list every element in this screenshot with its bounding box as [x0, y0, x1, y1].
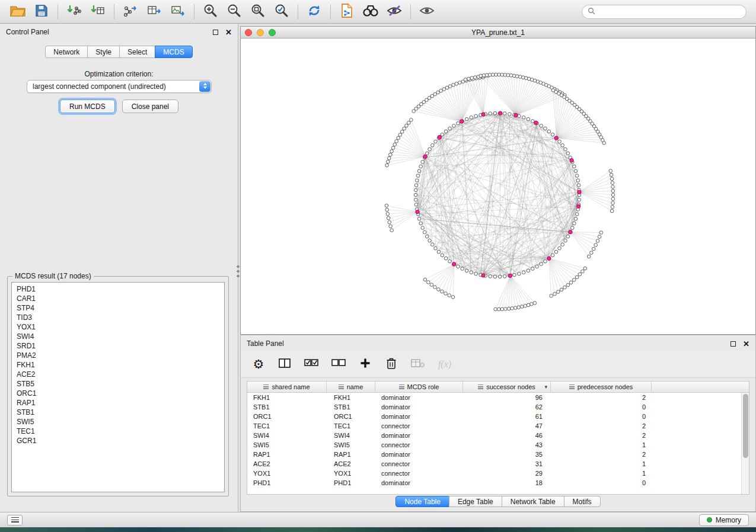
- dominator-node[interactable]: [570, 158, 573, 162]
- network-node[interactable]: [533, 302, 537, 305]
- dominator-node[interactable]: [481, 113, 485, 116]
- network-node[interactable]: [417, 169, 421, 173]
- network-node[interactable]: [574, 169, 578, 173]
- delete-column-button[interactable]: [384, 357, 398, 372]
- network-node[interactable]: [431, 243, 435, 246]
- network-node[interactable]: [556, 290, 560, 294]
- apply-function-button[interactable]: f(x): [438, 357, 452, 372]
- network-node[interactable]: [494, 307, 497, 311]
- close-panel-button[interactable]: Close panel: [122, 100, 178, 113]
- network-node[interactable]: [524, 304, 527, 307]
- dominator-node[interactable]: [460, 120, 463, 123]
- network-node[interactable]: [405, 124, 409, 127]
- network-node[interactable]: [611, 201, 615, 205]
- mcds-result-item[interactable]: CAR1: [12, 294, 224, 303]
- network-node[interactable]: [415, 179, 419, 182]
- network-node[interactable]: [385, 204, 388, 207]
- dominator-node[interactable]: [576, 204, 580, 208]
- network-node[interactable]: [419, 165, 423, 168]
- mcds-result-item[interactable]: STB5: [12, 379, 224, 389]
- network-node[interactable]: [444, 257, 448, 260]
- network-node[interactable]: [410, 118, 413, 122]
- mcds-result-item[interactable]: SWI4: [12, 332, 224, 341]
- network-node[interactable]: [444, 292, 448, 296]
- search-box[interactable]: [582, 5, 747, 19]
- network-node[interactable]: [416, 174, 420, 178]
- open-session-button[interactable]: [6, 2, 30, 21]
- network-canvas[interactable]: [241, 39, 755, 334]
- network-node[interactable]: [457, 265, 460, 268]
- network-node[interactable]: [433, 286, 437, 289]
- import-network-button[interactable]: [62, 2, 86, 21]
- network-node[interactable]: [540, 124, 543, 128]
- table-vertical-scrollbar[interactable]: [741, 393, 749, 494]
- dominator-node[interactable]: [499, 111, 502, 115]
- import-table-button[interactable]: [86, 2, 110, 21]
- network-node[interactable]: [527, 269, 530, 273]
- network-node[interactable]: [576, 179, 580, 182]
- table-row[interactable]: TEC1TEC1connector472: [247, 421, 741, 431]
- mcds-result-item[interactable]: SWI5: [12, 417, 224, 427]
- tab-node-table[interactable]: Node Table: [395, 496, 449, 507]
- network-node[interactable]: [441, 254, 444, 257]
- network-node[interactable]: [434, 246, 438, 250]
- network-node[interactable]: [527, 117, 530, 121]
- network-node[interactable]: [452, 84, 455, 87]
- network-node[interactable]: [504, 307, 508, 311]
- network-node[interactable]: [474, 114, 478, 118]
- network-node[interactable]: [569, 281, 573, 284]
- network-node[interactable]: [390, 150, 394, 153]
- network-node[interactable]: [575, 174, 579, 178]
- table-settings-button[interactable]: ⚙: [251, 357, 266, 372]
- delete-table-button[interactable]: [410, 357, 426, 372]
- network-node[interactable]: [421, 226, 425, 230]
- network-node[interactable]: [425, 235, 429, 238]
- network-node[interactable]: [421, 161, 425, 164]
- first-neighbors-button[interactable]: [359, 2, 382, 21]
- network-node[interactable]: [393, 143, 397, 146]
- deselect-all-button[interactable]: [331, 357, 346, 372]
- network-node[interactable]: [564, 148, 567, 151]
- network-node[interactable]: [564, 239, 567, 242]
- table-row[interactable]: ORC1ORC1dominator610: [247, 412, 741, 421]
- tab-select[interactable]: Select: [119, 46, 155, 58]
- network-node[interactable]: [397, 136, 400, 140]
- network-node[interactable]: [465, 269, 468, 273]
- column-header-name[interactable]: name: [327, 382, 375, 392]
- column-layout-button[interactable]: [277, 357, 292, 372]
- network-node[interactable]: [540, 262, 543, 266]
- clone-network-button[interactable]: [335, 2, 359, 21]
- memory-button[interactable]: Memory: [699, 514, 749, 526]
- network-node[interactable]: [522, 271, 525, 274]
- network-node[interactable]: [474, 272, 478, 275]
- mcds-result-item[interactable]: ACE2: [12, 370, 224, 379]
- network-node[interactable]: [414, 198, 417, 201]
- network-node[interactable]: [609, 169, 613, 173]
- network-node[interactable]: [417, 217, 421, 221]
- dominator-node[interactable]: [508, 274, 512, 277]
- network-node[interactable]: [403, 127, 406, 130]
- network-node[interactable]: [513, 306, 517, 310]
- network-node[interactable]: [530, 302, 534, 306]
- network-node[interactable]: [448, 127, 452, 130]
- network-node[interactable]: [596, 239, 599, 243]
- network-node[interactable]: [470, 271, 473, 274]
- network-node[interactable]: [390, 229, 394, 232]
- network-node[interactable]: [437, 250, 441, 254]
- mcds-result-item[interactable]: TEC1: [12, 427, 224, 436]
- network-node[interactable]: [414, 193, 417, 197]
- table-row[interactable]: SWI5SWI5connector431: [247, 440, 741, 450]
- column-header-predecessor-nodes[interactable]: predecessor nodes: [551, 382, 652, 392]
- network-node[interactable]: [573, 165, 576, 168]
- dominator-node[interactable]: [534, 121, 538, 124]
- network-node[interactable]: [551, 89, 555, 92]
- network-node[interactable]: [551, 133, 554, 136]
- network-node[interactable]: [561, 243, 564, 246]
- dominator-node[interactable]: [569, 230, 572, 233]
- network-node[interactable]: [520, 305, 524, 309]
- network-node[interactable]: [467, 77, 471, 81]
- network-node[interactable]: [503, 275, 506, 278]
- network-node[interactable]: [611, 193, 615, 197]
- table-row[interactable]: SWI4SWI4dominator462: [247, 431, 741, 440]
- close-panel-icon[interactable]: ✕: [743, 340, 749, 348]
